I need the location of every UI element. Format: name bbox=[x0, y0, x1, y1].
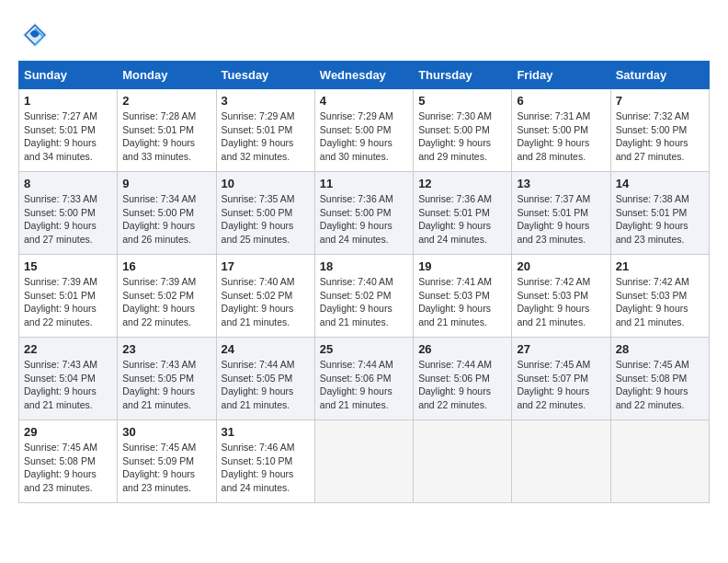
day-number: 6 bbox=[517, 94, 605, 108]
day-number: 7 bbox=[616, 94, 704, 108]
day-info: Sunrise: 7:44 AM Sunset: 5:06 PM Dayligh… bbox=[418, 358, 506, 412]
day-info: Sunrise: 7:41 AM Sunset: 5:03 PM Dayligh… bbox=[418, 275, 506, 329]
day-number: 31 bbox=[222, 425, 310, 439]
calendar-cell bbox=[512, 420, 610, 503]
page-header bbox=[18, 18, 710, 52]
day-number: 25 bbox=[320, 342, 408, 356]
weekday-header: Thursday bbox=[414, 62, 512, 89]
calendar-cell: 2Sunrise: 7:28 AM Sunset: 5:01 PM Daylig… bbox=[118, 89, 216, 172]
weekday-header: Sunday bbox=[19, 62, 118, 89]
calendar-week-row: 29Sunrise: 7:45 AM Sunset: 5:08 PM Dayli… bbox=[19, 420, 710, 503]
day-number: 4 bbox=[320, 94, 408, 108]
logo-icon bbox=[18, 18, 51, 52]
day-info: Sunrise: 7:45 AM Sunset: 5:07 PM Dayligh… bbox=[517, 358, 605, 412]
calendar-cell: 21Sunrise: 7:42 AM Sunset: 5:03 PM Dayli… bbox=[610, 255, 709, 338]
calendar-cell: 11Sunrise: 7:36 AM Sunset: 5:00 PM Dayli… bbox=[314, 172, 413, 255]
day-number: 1 bbox=[24, 94, 112, 108]
day-info: Sunrise: 7:27 AM Sunset: 5:01 PM Dayligh… bbox=[24, 109, 112, 164]
calendar-week-row: 1Sunrise: 7:27 AM Sunset: 5:01 PM Daylig… bbox=[19, 89, 710, 172]
calendar-cell: 31Sunrise: 7:46 AM Sunset: 5:10 PM Dayli… bbox=[216, 420, 314, 503]
logo bbox=[18, 18, 57, 52]
day-number: 28 bbox=[616, 342, 704, 356]
day-info: Sunrise: 7:29 AM Sunset: 5:01 PM Dayligh… bbox=[222, 109, 310, 164]
day-number: 10 bbox=[222, 177, 310, 190]
day-number: 15 bbox=[24, 259, 112, 273]
calendar-cell: 13Sunrise: 7:37 AM Sunset: 5:01 PM Dayli… bbox=[512, 172, 610, 255]
day-info: Sunrise: 7:45 AM Sunset: 5:08 PM Dayligh… bbox=[616, 358, 704, 412]
day-number: 22 bbox=[24, 342, 112, 356]
calendar-cell: 24Sunrise: 7:44 AM Sunset: 5:05 PM Dayli… bbox=[216, 338, 314, 420]
calendar-cell bbox=[314, 420, 413, 503]
day-number: 11 bbox=[320, 177, 408, 190]
day-info: Sunrise: 7:45 AM Sunset: 5:09 PM Dayligh… bbox=[122, 441, 210, 495]
day-info: Sunrise: 7:45 AM Sunset: 5:08 PM Dayligh… bbox=[24, 441, 112, 495]
day-info: Sunrise: 7:34 AM Sunset: 5:00 PM Dayligh… bbox=[122, 192, 210, 247]
day-number: 14 bbox=[616, 177, 704, 190]
calendar-cell: 20Sunrise: 7:42 AM Sunset: 5:03 PM Dayli… bbox=[512, 255, 610, 338]
day-info: Sunrise: 7:44 AM Sunset: 5:05 PM Dayligh… bbox=[222, 358, 310, 412]
calendar-cell: 27Sunrise: 7:45 AM Sunset: 5:07 PM Dayli… bbox=[512, 338, 610, 420]
calendar-cell: 25Sunrise: 7:44 AM Sunset: 5:06 PM Dayli… bbox=[314, 338, 413, 420]
calendar-cell: 14Sunrise: 7:38 AM Sunset: 5:01 PM Dayli… bbox=[610, 172, 709, 255]
day-info: Sunrise: 7:43 AM Sunset: 5:05 PM Dayligh… bbox=[122, 358, 210, 412]
day-number: 19 bbox=[418, 259, 506, 273]
day-number: 30 bbox=[122, 425, 210, 439]
calendar-week-row: 8Sunrise: 7:33 AM Sunset: 5:00 PM Daylig… bbox=[19, 172, 710, 255]
calendar-cell: 23Sunrise: 7:43 AM Sunset: 5:05 PM Dayli… bbox=[118, 338, 216, 420]
day-number: 2 bbox=[122, 94, 210, 108]
day-info: Sunrise: 7:42 AM Sunset: 5:03 PM Dayligh… bbox=[517, 275, 605, 329]
calendar-cell: 8Sunrise: 7:33 AM Sunset: 5:00 PM Daylig… bbox=[19, 172, 118, 255]
day-number: 24 bbox=[222, 342, 310, 356]
calendar-cell: 18Sunrise: 7:40 AM Sunset: 5:02 PM Dayli… bbox=[314, 255, 413, 338]
calendar-cell bbox=[610, 420, 709, 503]
day-number: 20 bbox=[517, 259, 605, 273]
weekday-header: Saturday bbox=[610, 62, 709, 89]
day-number: 21 bbox=[616, 259, 704, 273]
day-info: Sunrise: 7:36 AM Sunset: 5:01 PM Dayligh… bbox=[418, 192, 506, 247]
day-info: Sunrise: 7:30 AM Sunset: 5:00 PM Dayligh… bbox=[418, 109, 506, 164]
day-number: 23 bbox=[122, 342, 210, 356]
weekday-header: Wednesday bbox=[314, 62, 413, 89]
calendar-table: SundayMondayTuesdayWednesdayThursdayFrid… bbox=[18, 61, 710, 503]
day-info: Sunrise: 7:39 AM Sunset: 5:01 PM Dayligh… bbox=[24, 275, 112, 329]
weekday-header: Friday bbox=[512, 62, 610, 89]
day-number: 12 bbox=[418, 177, 506, 190]
day-number: 8 bbox=[24, 177, 112, 190]
day-info: Sunrise: 7:35 AM Sunset: 5:00 PM Dayligh… bbox=[222, 192, 310, 247]
calendar-cell: 29Sunrise: 7:45 AM Sunset: 5:08 PM Dayli… bbox=[19, 420, 118, 503]
day-info: Sunrise: 7:37 AM Sunset: 5:01 PM Dayligh… bbox=[517, 192, 605, 247]
day-number: 9 bbox=[122, 177, 210, 190]
calendar-cell: 1Sunrise: 7:27 AM Sunset: 5:01 PM Daylig… bbox=[19, 89, 118, 172]
day-number: 17 bbox=[222, 259, 310, 273]
calendar-cell: 7Sunrise: 7:32 AM Sunset: 5:00 PM Daylig… bbox=[610, 89, 709, 172]
calendar-week-row: 22Sunrise: 7:43 AM Sunset: 5:04 PM Dayli… bbox=[19, 338, 710, 420]
day-info: Sunrise: 7:32 AM Sunset: 5:00 PM Dayligh… bbox=[616, 109, 704, 164]
day-info: Sunrise: 7:40 AM Sunset: 5:02 PM Dayligh… bbox=[222, 275, 310, 329]
calendar-cell: 9Sunrise: 7:34 AM Sunset: 5:00 PM Daylig… bbox=[118, 172, 216, 255]
calendar-cell: 6Sunrise: 7:31 AM Sunset: 5:00 PM Daylig… bbox=[512, 89, 610, 172]
day-info: Sunrise: 7:36 AM Sunset: 5:00 PM Dayligh… bbox=[320, 192, 408, 247]
calendar-cell: 4Sunrise: 7:29 AM Sunset: 5:00 PM Daylig… bbox=[314, 89, 413, 172]
calendar-cell: 12Sunrise: 7:36 AM Sunset: 5:01 PM Dayli… bbox=[414, 172, 512, 255]
day-info: Sunrise: 7:33 AM Sunset: 5:00 PM Dayligh… bbox=[24, 192, 112, 247]
day-info: Sunrise: 7:39 AM Sunset: 5:02 PM Dayligh… bbox=[122, 275, 210, 329]
day-info: Sunrise: 7:38 AM Sunset: 5:01 PM Dayligh… bbox=[616, 192, 704, 247]
calendar-cell: 3Sunrise: 7:29 AM Sunset: 5:01 PM Daylig… bbox=[216, 89, 314, 172]
calendar-cell: 26Sunrise: 7:44 AM Sunset: 5:06 PM Dayli… bbox=[414, 338, 512, 420]
calendar-cell bbox=[414, 420, 512, 503]
day-number: 5 bbox=[418, 94, 506, 108]
day-info: Sunrise: 7:46 AM Sunset: 5:10 PM Dayligh… bbox=[222, 441, 310, 495]
weekday-header: Tuesday bbox=[216, 62, 314, 89]
calendar-cell: 19Sunrise: 7:41 AM Sunset: 5:03 PM Dayli… bbox=[414, 255, 512, 338]
day-number: 3 bbox=[222, 94, 310, 108]
day-info: Sunrise: 7:29 AM Sunset: 5:00 PM Dayligh… bbox=[320, 109, 408, 164]
weekday-header-row: SundayMondayTuesdayWednesdayThursdayFrid… bbox=[19, 62, 710, 89]
day-number: 16 bbox=[122, 259, 210, 273]
day-info: Sunrise: 7:31 AM Sunset: 5:00 PM Dayligh… bbox=[517, 109, 605, 164]
day-info: Sunrise: 7:43 AM Sunset: 5:04 PM Dayligh… bbox=[24, 358, 112, 412]
calendar-cell: 15Sunrise: 7:39 AM Sunset: 5:01 PM Dayli… bbox=[19, 255, 118, 338]
day-info: Sunrise: 7:42 AM Sunset: 5:03 PM Dayligh… bbox=[616, 275, 704, 329]
calendar-cell: 10Sunrise: 7:35 AM Sunset: 5:00 PM Dayli… bbox=[216, 172, 314, 255]
calendar-cell: 30Sunrise: 7:45 AM Sunset: 5:09 PM Dayli… bbox=[118, 420, 216, 503]
weekday-header: Monday bbox=[118, 62, 216, 89]
